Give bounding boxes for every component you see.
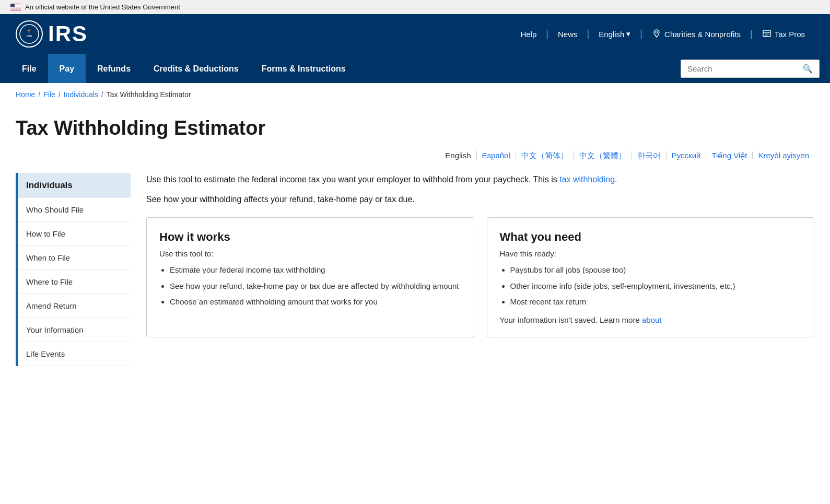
how-it-works-item-2: See how your refund, take-home pay or ta… — [170, 280, 461, 292]
nav-item-forms[interactable]: Forms & Instructions — [250, 54, 357, 83]
sidebar-item-who-should-file[interactable]: Who Should File — [18, 198, 131, 222]
svg-point-3 — [656, 31, 658, 33]
intro-text-1: Use this tool to estimate the federal in… — [146, 175, 559, 184]
lang-chinese-traditional[interactable]: 中文（繁體） — [574, 151, 632, 159]
search-button[interactable]: 🔍 — [796, 60, 819, 77]
what-you-need-footer: Your information isn't saved. Learn more… — [500, 315, 802, 324]
irs-logo[interactable]: 🦅 IRS IRS — [16, 20, 88, 48]
main-content: Tax Withholding Estimator English Españo… — [0, 106, 830, 387]
how-it-works-item-1: Estimate your federal income tax withhol… — [170, 264, 461, 276]
header-english-link[interactable]: English ▾ — [589, 29, 640, 39]
what-you-need-card: What you need Have this ready: Paystubs … — [487, 217, 815, 337]
breadcrumb-sep-1: / — [38, 90, 40, 99]
what-you-need-title: What you need — [500, 230, 802, 244]
content-layout: Individuals Who Should File How to File … — [16, 173, 814, 366]
search-wrapper: 🔍 — [681, 60, 820, 78]
svg-point-0 — [20, 25, 39, 43]
how-it-works-card: How it works Use this tool to: Estimate … — [146, 217, 474, 337]
lang-vietnamese[interactable]: Tiếng Việt — [706, 151, 753, 159]
what-you-need-item-2: Other income info (side jobs, self-emplo… — [510, 280, 802, 292]
sidebar-item-when-to-file[interactable]: When to File — [18, 246, 131, 270]
sidebar-item-amend-return[interactable]: Amend Return — [18, 294, 131, 318]
sidebar-item-life-events[interactable]: Life Events — [18, 342, 131, 366]
svg-text:IRS: IRS — [27, 34, 32, 38]
sidebar-item-your-information[interactable]: Your Information — [18, 318, 131, 342]
intro-paragraph-2: See how your withholding affects your re… — [146, 193, 814, 206]
svg-text:🦅: 🦅 — [27, 28, 32, 33]
lang-english: English — [440, 151, 476, 160]
breadcrumb-sep-2: / — [59, 90, 61, 99]
nav-item-file[interactable]: File — [10, 54, 48, 83]
gov-banner-text: An official website of the United States… — [25, 3, 180, 11]
header-charities-link[interactable]: Charities & Nonprofits — [642, 29, 750, 40]
how-it-works-subtitle: Use this tool to: — [159, 249, 461, 258]
sidebar-item-how-to-file[interactable]: How to File — [18, 222, 131, 246]
irs-emblem: 🦅 IRS — [16, 20, 43, 48]
cards-row: How it works Use this tool to: Estimate … — [146, 217, 814, 337]
how-it-works-title: How it works — [159, 230, 461, 244]
search-icon: 🔍 — [802, 64, 813, 73]
header: 🦅 IRS IRS Help | News | English ▾ | Char… — [0, 14, 830, 54]
lang-chinese-simplified[interactable]: 中文（简体） — [516, 151, 574, 159]
breadcrumb-current: Tax Withholding Estimator — [107, 90, 191, 99]
flag-icon — [10, 4, 21, 10]
nav-item-credits[interactable]: Credits & Deductions — [142, 54, 250, 83]
lang-russian[interactable]: Русский — [667, 151, 707, 159]
what-you-need-item-1: Paystubs for all jobs (spouse too) — [510, 264, 802, 276]
gov-banner: An official website of the United States… — [0, 0, 830, 14]
breadcrumb-home[interactable]: Home — [16, 90, 35, 99]
sidebar-title[interactable]: Individuals — [18, 173, 131, 198]
nav-search: 🔍 — [681, 54, 820, 83]
lang-espanol[interactable]: Español — [477, 151, 516, 159]
language-switcher: English Español 中文（简体） 中文（繁體） 한국어 Русски… — [16, 151, 814, 160]
what-you-need-item-3: Most recent tax return — [510, 296, 802, 308]
lang-creole[interactable]: Kreyòl ayisyen — [753, 151, 814, 159]
tax-withholding-link[interactable]: tax withholding — [559, 175, 615, 184]
header-taxpros-link[interactable]: Tax Pros — [753, 29, 814, 40]
sidebar: Individuals Who Should File How to File … — [16, 173, 131, 366]
intro-text-2: . — [615, 175, 617, 184]
intro-paragraph-1: Use this tool to estimate the federal in… — [146, 173, 814, 186]
what-you-need-list: Paystubs for all jobs (spouse too) Other… — [500, 264, 802, 308]
nav-item-refunds[interactable]: Refunds — [86, 54, 142, 83]
how-it-works-item-3: Choose an estimated withholding amount t… — [170, 296, 461, 308]
charities-icon — [652, 29, 661, 40]
nav-item-pay[interactable]: Pay — [48, 54, 86, 83]
card-footer-text: Your information isn't saved. Learn more — [500, 315, 642, 324]
header-news-link[interactable]: News — [548, 30, 587, 39]
nav-bar: File Pay Refunds Credits & Deductions Fo… — [0, 54, 830, 83]
header-links: Help | News | English ▾ | Charities & No… — [511, 29, 814, 40]
lang-korean[interactable]: 한국어 — [632, 151, 667, 159]
page-title: Tax Withholding Estimator — [16, 116, 814, 140]
breadcrumb-individuals[interactable]: Individuals — [64, 90, 98, 99]
search-input[interactable] — [681, 61, 796, 77]
card-footer-link[interactable]: about — [642, 315, 662, 324]
what-you-need-subtitle: Have this ready: — [500, 249, 802, 258]
main-area: Use this tool to estimate the federal in… — [146, 173, 814, 337]
sidebar-item-where-to-file[interactable]: Where to File — [18, 270, 131, 294]
taxpros-icon — [762, 29, 771, 40]
breadcrumb-file[interactable]: File — [43, 90, 55, 99]
irs-logo-text: IRS — [48, 21, 88, 46]
chevron-down-icon: ▾ — [626, 29, 630, 39]
how-it-works-list: Estimate your federal income tax withhol… — [159, 264, 461, 308]
breadcrumb-sep-3: / — [101, 90, 103, 99]
header-help-link[interactable]: Help — [511, 30, 546, 39]
breadcrumb: Home / File / Individuals / Tax Withhold… — [0, 83, 830, 106]
